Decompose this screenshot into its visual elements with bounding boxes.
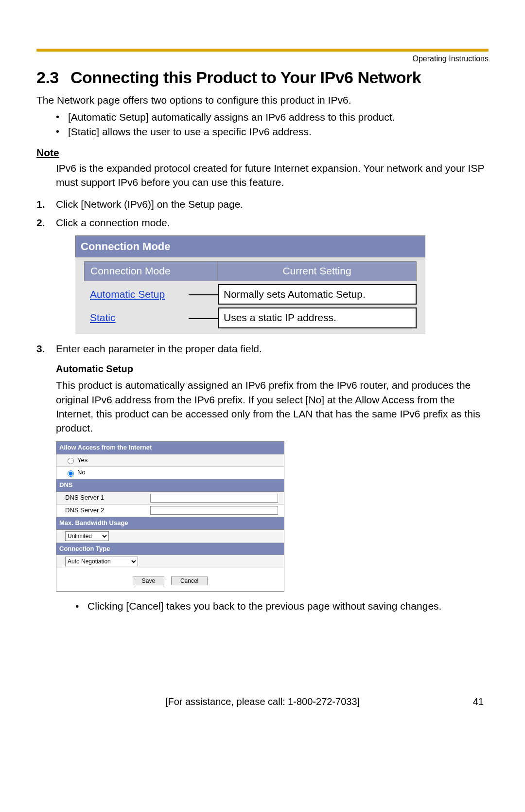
intro-bullet: [Automatic Setup] automatically assigns … <box>56 110 489 125</box>
note-heading: Note <box>36 147 489 159</box>
cm-callout-automatic: Normally sets Automatic Setup. <box>218 284 417 305</box>
panel-section-dns: DNS <box>56 479 284 492</box>
dns-server1-input[interactable] <box>150 494 278 503</box>
cm-callout-static: Uses a static IP address. <box>218 307 417 328</box>
panel-section-bandwidth: Max. Bandwidth Usage <box>56 517 284 530</box>
access-yes-label: Yes <box>77 456 88 465</box>
step-2: Click a connection mode. Connection Mode… <box>36 216 489 334</box>
footer-page-number: 41 <box>455 696 484 707</box>
panel-section-access: Allow Access from the Internet <box>56 442 284 454</box>
section-title: 2.3Connecting this Product to Your IPv6 … <box>36 68 489 87</box>
step-3: Enter each parameter in the proper data … <box>36 342 489 614</box>
dns-server1-label: DNS Server 1 <box>65 493 150 503</box>
dns-server2-input[interactable] <box>150 506 278 515</box>
post-bullet: Clicking [Cancel] takes you back to the … <box>75 599 489 614</box>
callout-line <box>189 294 218 295</box>
callout-line <box>189 318 218 319</box>
cm-header-right: Current Setting <box>218 261 417 281</box>
note-body: IPv6 is the expanded protocol created fo… <box>56 161 489 190</box>
steps-list: Click [Network (IPv6)] on the Setup page… <box>36 197 489 614</box>
top-rule <box>36 49 489 52</box>
auto-setup-heading: Automatic Setup <box>56 362 489 376</box>
access-yes-row: Yes <box>56 454 284 467</box>
panel-section-conn-type: Connection Type <box>56 543 284 556</box>
dns-server2-row: DNS Server 2 <box>56 505 284 517</box>
access-yes-radio[interactable] <box>68 458 74 464</box>
cm-title: Connection Mode <box>75 235 425 258</box>
access-no-radio[interactable] <box>68 470 74 477</box>
cm-link-static[interactable]: Static <box>84 308 189 327</box>
panel-button-row: Save Cancel <box>56 568 284 591</box>
dns-server2-label: DNS Server 2 <box>65 506 150 515</box>
intro-paragraph: The Network page offers two options to c… <box>36 94 489 106</box>
conn-type-select[interactable]: Auto Negotiation <box>65 557 138 566</box>
post-bullet-list: Clicking [Cancel] takes you back to the … <box>56 599 489 614</box>
cm-header-left: Connection Mode <box>84 261 218 281</box>
step-1: Click [Network (IPv6)] on the Setup page… <box>36 197 489 212</box>
section-number: 2.3 <box>36 68 70 87</box>
settings-panel: Allow Access from the Internet Yes No DN… <box>56 441 284 592</box>
footer-assist: [For assistance, please call: 1-800-272-… <box>70 696 455 707</box>
access-no-label: No <box>77 468 86 477</box>
step-3-text: Enter each parameter in the proper data … <box>56 343 262 354</box>
page-footer: [For assistance, please call: 1-800-272-… <box>36 696 489 707</box>
header-label: Operating Instructions <box>36 54 489 63</box>
conn-type-row: Auto Negotiation <box>56 555 284 568</box>
access-no-row: No <box>56 467 284 479</box>
intro-bullet-list: [Automatic Setup] automatically assigns … <box>36 110 489 140</box>
bandwidth-row: Unlimited <box>56 530 284 543</box>
cm-link-automatic-setup[interactable]: Automatic Setup <box>84 285 189 304</box>
section-heading-text: Connecting this Product to Your IPv6 Net… <box>70 68 421 87</box>
auto-setup-paragraph: This product is automatically assigned a… <box>56 378 489 435</box>
cancel-button[interactable]: Cancel <box>171 577 208 585</box>
intro-bullet: [Static] allows the user to use a specif… <box>56 125 489 139</box>
step-2-text: Click a connection mode. <box>56 217 170 228</box>
connection-mode-figure: Connection Mode Connection Mode Current … <box>75 235 489 334</box>
save-button[interactable]: Save <box>133 577 164 585</box>
dns-server1-row: DNS Server 1 <box>56 492 284 505</box>
bandwidth-select[interactable]: Unlimited <box>65 531 109 541</box>
